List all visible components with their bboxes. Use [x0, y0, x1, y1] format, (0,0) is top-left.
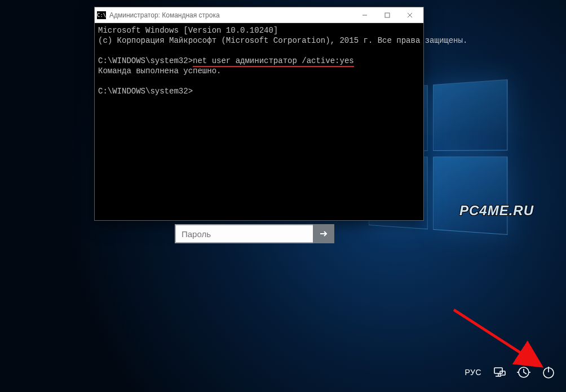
password-input[interactable] [175, 224, 313, 243]
minimize-button[interactable] [353, 8, 376, 23]
console-prompt: C:\WINDOWS\system32> [98, 87, 193, 96]
console-prompt: C:\WINDOWS\system32> [98, 56, 193, 65]
svg-line-5 [454, 310, 541, 366]
language-indicator[interactable]: РУС [465, 368, 481, 377]
watermark-text: PC4ME.RU [459, 203, 534, 219]
arrow-right-icon [319, 229, 329, 239]
titlebar[interactable]: C:\ Администратор: Командная строка [95, 7, 423, 23]
cmd-icon: C:\ [97, 11, 106, 19]
console-command: net user администратор /active:yes [193, 56, 354, 67]
power-icon[interactable] [541, 365, 556, 380]
console-line: Команда выполнена успешно. [98, 66, 221, 75]
login-corner-controls: РУС [465, 365, 556, 380]
network-icon[interactable] [492, 365, 506, 380]
svg-rect-1 [385, 13, 390, 17]
console-line: Microsoft Windows [Version 10.0.10240] [98, 26, 278, 35]
console-line: (c) Корпорация Майкрософт (Microsoft Cor… [98, 36, 467, 45]
password-submit-button[interactable] [313, 224, 334, 243]
password-row [175, 224, 334, 243]
svg-rect-6 [494, 368, 502, 373]
maximize-button[interactable] [376, 8, 399, 23]
ease-of-access-icon[interactable] [516, 365, 531, 380]
close-button[interactable] [399, 8, 421, 23]
cmd-window: C:\ Администратор: Командная строка Micr… [94, 7, 424, 221]
console-output[interactable]: Microsoft Windows [Version 10.0.10240] (… [95, 23, 423, 220]
window-title: Администратор: Командная строка [109, 11, 350, 19]
